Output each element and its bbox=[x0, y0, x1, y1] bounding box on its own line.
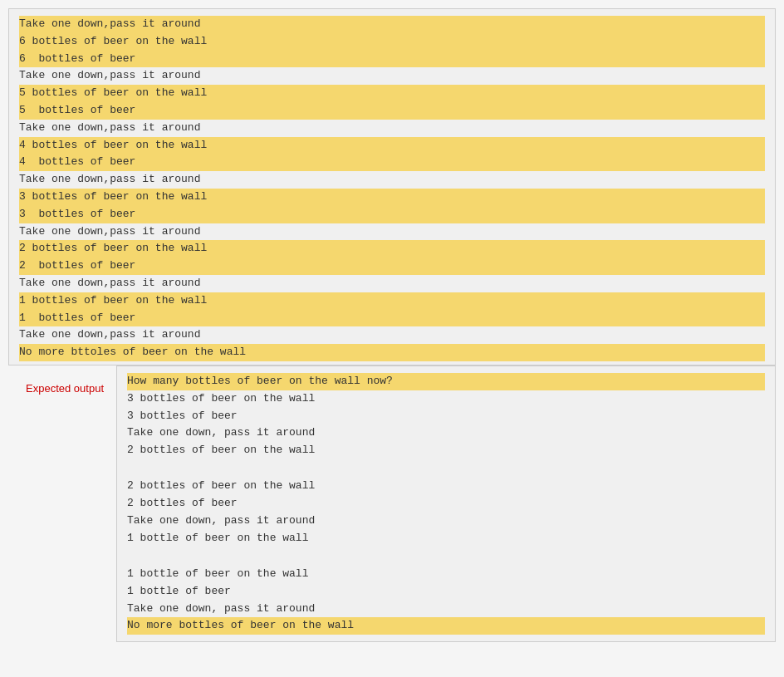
top-line-5: 5 bottles of beer bbox=[19, 102, 765, 120]
top-line-15: Take one down,pass it around bbox=[19, 275, 765, 292]
label-text: Expected output bbox=[26, 382, 104, 395]
top-line-12: Take one down,pass it around bbox=[19, 223, 765, 241]
top-line-17: 1 bottles of beer bbox=[19, 310, 765, 327]
bottom-section: Expected output How many bottles of beer… bbox=[8, 365, 776, 642]
bottom-line-6: 2 bottles of beer on the wall bbox=[127, 478, 765, 495]
bottom-empty-line-5 bbox=[127, 459, 765, 478]
top-line-6: Take one down,pass it around bbox=[19, 120, 765, 137]
top-panel[interactable]: Take one down,pass it around6 bottles of… bbox=[8, 8, 776, 365]
bottom-line-12: 1 bottle of beer bbox=[127, 583, 765, 601]
top-line-16: 1 bottles of beer on the wall bbox=[19, 292, 765, 310]
top-line-11: 3 bottles of beer bbox=[19, 206, 765, 223]
page-wrapper: Take one down,pass it around6 bottles of… bbox=[8, 8, 776, 642]
bottom-line-0: How many bottles of beer on the wall now… bbox=[127, 373, 765, 390]
bottom-line-7: 2 bottles of beer bbox=[127, 495, 765, 513]
top-line-2: 6 bottles of beer bbox=[19, 51, 765, 68]
bottom-line-1: 3 bottles of beer on the wall bbox=[127, 390, 765, 408]
bottom-line-3: Take one down, pass it around bbox=[127, 424, 765, 442]
top-line-10: 3 bottles of beer on the wall bbox=[19, 189, 765, 206]
top-line-9: Take one down,pass it around bbox=[19, 171, 765, 189]
top-line-8: 4 bottles of beer bbox=[19, 154, 765, 171]
bottom-empty-line-10 bbox=[127, 547, 765, 566]
top-line-19: No more bttoles of beer on the wall bbox=[19, 344, 765, 361]
top-line-14: 2 bottles of beer bbox=[19, 258, 765, 275]
bottom-line-11: 1 bottle of beer on the wall bbox=[127, 566, 765, 583]
bottom-line-13: Take one down, pass it around bbox=[127, 601, 765, 618]
bottom-line-2: 3 bottles of beer bbox=[127, 408, 765, 425]
bottom-line-9: 1 bottle of beer on the wall bbox=[127, 530, 765, 547]
top-line-13: 2 bottles of beer on the wall bbox=[19, 240, 765, 258]
bottom-line-4: 2 bottles of beer on the wall bbox=[127, 442, 765, 459]
bottom-panel[interactable]: How many bottles of beer on the wall now… bbox=[116, 365, 776, 642]
top-line-4: 5 bottles of beer on the wall bbox=[19, 85, 765, 102]
top-line-0: Take one down,pass it around bbox=[19, 16, 765, 33]
top-line-7: 4 bottles of beer on the wall bbox=[19, 137, 765, 155]
expected-output-label: Expected output bbox=[8, 365, 116, 395]
top-line-18: Take one down,pass it around bbox=[19, 326, 765, 344]
top-line-1: 6 bottles of beer on the wall bbox=[19, 33, 765, 51]
top-line-3: Take one down,pass it around bbox=[19, 67, 765, 85]
bottom-line-14: No more bottles of beer on the wall bbox=[127, 617, 765, 635]
bottom-line-8: Take one down, pass it around bbox=[127, 513, 765, 530]
